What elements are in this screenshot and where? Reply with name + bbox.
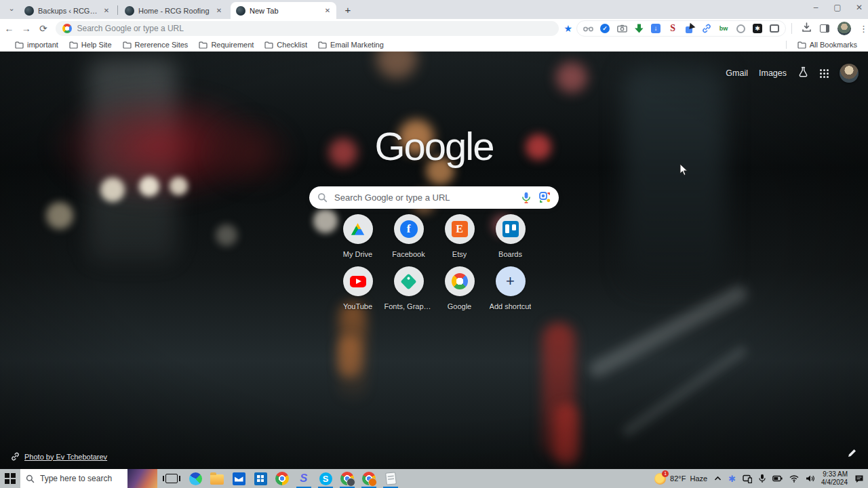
shortcut-boards[interactable]: Boards <box>485 214 536 258</box>
tab-close-icon[interactable]: ✕ <box>214 6 224 16</box>
all-bookmarks-button[interactable]: All Bookmarks <box>792 39 863 51</box>
taskbar-search-box[interactable] <box>20 469 157 488</box>
battery-icon[interactable] <box>772 475 783 482</box>
reload-button[interactable]: ⟳ <box>35 20 51 37</box>
hidden-icons-chevron[interactable] <box>714 476 722 481</box>
taskbar-chrome-profile-1[interactable] <box>336 469 358 488</box>
forward-button[interactable]: → <box>18 20 34 37</box>
google-account-avatar[interactable] <box>840 64 859 83</box>
profile-avatar[interactable] <box>837 22 851 35</box>
shortcut-label: Etsy <box>452 250 467 258</box>
camera-extension-icon[interactable] <box>616 23 627 34</box>
red-s-extension-icon[interactable]: S <box>667 23 678 34</box>
bw-extension-icon[interactable]: bw <box>718 23 729 34</box>
volume-icon[interactable] <box>806 474 814 483</box>
tab-backups[interactable]: Backups ‹ RCG Roofing — Wor... ✕ <box>19 2 115 19</box>
taskbar-mail[interactable] <box>228 469 250 488</box>
green-download-extension-icon[interactable] <box>633 23 644 34</box>
surfshark-icon: S <box>300 472 307 485</box>
bookmark-star-icon[interactable]: ★ <box>564 23 573 34</box>
folder-icon <box>123 41 132 49</box>
link-extension-icon[interactable] <box>701 23 712 34</box>
bookmark-folder-help-site[interactable]: Help Site <box>64 39 117 51</box>
voice-search-mic-icon[interactable] <box>521 192 531 203</box>
action-center-icon[interactable] <box>854 474 864 483</box>
tab-home[interactable]: Home - RCG Roofing ✕ <box>119 2 228 19</box>
bookmark-folder-reference-sites[interactable]: Rererence Sites <box>117 39 194 51</box>
side-panel-button[interactable] <box>820 24 829 33</box>
bookmark-folder-requirement[interactable]: Requirement <box>193 39 259 51</box>
bookmark-label: Help Site <box>81 41 112 49</box>
taskbar-file-explorer[interactable] <box>206 469 228 488</box>
shortcut-label: Add shortcut <box>490 302 532 310</box>
blue-arrow-extension-icon[interactable]: ↓ <box>650 23 661 34</box>
taskbar-chrome-profile-2[interactable] <box>358 469 380 488</box>
start-button[interactable] <box>0 469 20 488</box>
ntp-search-input[interactable] <box>334 192 521 203</box>
shortcut-label: My Drive <box>343 250 372 258</box>
new-tab-button[interactable]: + <box>342 4 354 16</box>
shortcut-youtube[interactable]: YouTube <box>332 266 383 310</box>
weather-widget[interactable]: 1 82°F Haze <box>654 473 707 485</box>
taskbar-microsoft-store[interactable] <box>250 469 271 488</box>
blue-clipper-extension-icon[interactable] <box>684 23 695 34</box>
taskbar-notepad[interactable] <box>380 469 401 488</box>
search-labs-flask-icon[interactable] <box>797 66 809 81</box>
goggles-extension-icon[interactable] <box>583 23 593 34</box>
display-device-icon[interactable] <box>743 474 752 483</box>
task-view-button[interactable] <box>165 474 178 483</box>
tab-title: New Tab <box>250 7 319 15</box>
search-icon <box>26 474 35 483</box>
gmail-link[interactable]: Gmail <box>726 68 748 78</box>
downloads-button[interactable] <box>802 22 812 35</box>
tab-capture-extension-icon[interactable] <box>769 23 780 34</box>
back-button[interactable]: ← <box>1 20 17 37</box>
check-badge-extension-icon[interactable]: ✓ <box>599 23 610 34</box>
tab-search-chevron-icon[interactable]: ⌄ <box>5 4 18 15</box>
folder-icon <box>797 41 806 49</box>
shortcut-etsy[interactable]: E Etsy <box>434 214 485 258</box>
search-highlight-image[interactable] <box>127 469 157 488</box>
shortcut-fonts-graphics[interactable]: Fonts, Graphi... <box>383 266 434 310</box>
shortcuts-grid: My Drive f Facebook E Etsy Boards YouTub… <box>332 214 536 319</box>
shortcut-my-drive[interactable]: My Drive <box>332 214 383 258</box>
clock-time: 9:33 AM <box>821 470 848 479</box>
bookmark-folder-email-marketing[interactable]: Email Marketing <box>313 39 389 51</box>
shortcut-google[interactable]: Google <box>434 266 485 310</box>
taskbar-chrome[interactable] <box>271 469 293 488</box>
chrome-menu-button[interactable]: ⋮ <box>859 24 868 34</box>
bookmark-folder-important[interactable]: important <box>9 39 64 51</box>
taskbar-skype[interactable]: S <box>315 469 336 488</box>
network-wifi-icon[interactable] <box>789 475 799 483</box>
gray-ring-extension-icon[interactable] <box>735 23 746 34</box>
window-maximize-button[interactable]: ▢ <box>833 3 842 12</box>
photo-attribution-link[interactable]: Photo by Ev Tchebotarev <box>11 452 107 461</box>
bookmark-folder-checklist[interactable]: Checklist <box>259 39 313 51</box>
site-favicon <box>24 6 34 16</box>
address-input[interactable] <box>77 24 552 33</box>
google-apps-grid-icon[interactable] <box>820 69 829 78</box>
tab-new-tab[interactable]: New Tab ✕ <box>231 2 336 19</box>
tab-close-icon[interactable]: ✕ <box>323 6 332 16</box>
folder-icon <box>69 41 78 49</box>
omnibox[interactable] <box>56 21 559 36</box>
google-lens-icon[interactable] <box>539 192 551 203</box>
drive-sync-icon[interactable]: ✱ <box>728 474 736 484</box>
taskbar-surfshark[interactable]: S <box>293 469 315 488</box>
taskbar-edge[interactable] <box>184 469 206 488</box>
images-link[interactable]: Images <box>759 68 787 78</box>
window-minimize-button[interactable]: – <box>811 3 821 12</box>
dark-settings-extension-icon[interactable]: ✱ <box>752 23 763 34</box>
ntp-search-box[interactable] <box>309 186 559 209</box>
taskbar-clock[interactable]: 9:33 AM 4/4/2024 <box>821 470 848 487</box>
shortcut-facebook[interactable]: f Facebook <box>383 214 434 258</box>
window-close-button[interactable]: ✕ <box>854 3 864 12</box>
tab-close-icon[interactable]: ✕ <box>102 6 111 16</box>
customize-chrome-pencil-icon[interactable] <box>847 448 857 461</box>
tab-title: Home - RCG Roofing <box>138 7 210 15</box>
site-favicon <box>125 6 134 16</box>
bookmark-label: important <box>27 41 58 49</box>
microphone-icon[interactable] <box>759 474 766 483</box>
facebook-icon: f <box>400 220 418 238</box>
add-shortcut-button[interactable]: + Add shortcut <box>485 266 536 310</box>
